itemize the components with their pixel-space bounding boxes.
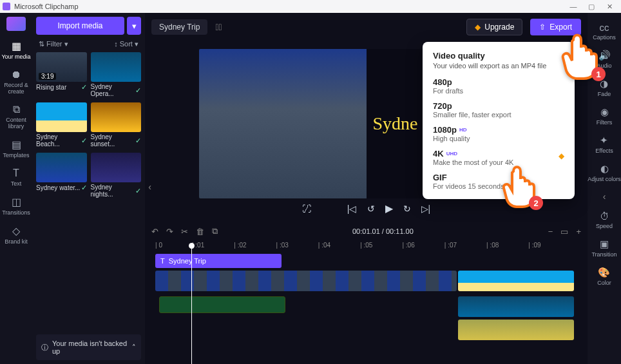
upgrade-button[interactable]: ◆Upgrade	[466, 19, 522, 35]
check-icon: ✓	[135, 86, 141, 95]
text-clip[interactable]: TSydney Trip	[155, 254, 282, 268]
rr-effects[interactable]: ✦Effects	[595, 131, 613, 158]
app-title: Microsoft Clipchamp	[14, 3, 79, 10]
skip-end-button[interactable]: ▷|	[421, 204, 431, 214]
media-item[interactable]: Sydney sunset...✓	[91, 102, 142, 149]
nav-record-create[interactable]: ⏺Record & create	[0, 65, 32, 100]
nav-rail: ▦Your media ⏺Record & create ⧉Content li…	[0, 13, 32, 364]
sort-control[interactable]: ↕ Sort ▾	[114, 40, 139, 48]
color-icon: 🎨	[597, 267, 611, 278]
popover-subtitle: Your video will export as an MP4 file	[433, 62, 564, 70]
export-option-1080p[interactable]: 1080pHD High quality	[433, 125, 564, 142]
timeline: ↶ ↷ ✂ 🗑 ⧉ 00:01.01 / 00:11.00 − ▭ + 0:01…	[145, 222, 588, 364]
project-name-input[interactable]: Sydney Trip	[151, 19, 207, 35]
nav-your-media[interactable]: ▦Your media	[0, 36, 32, 65]
visibility-off-icon[interactable]: 👁̸	[215, 22, 222, 32]
zoom-fit-button[interactable]: ▭	[560, 227, 568, 236]
clipchamp-logo	[6, 17, 26, 31]
playhead[interactable]	[191, 247, 192, 364]
video-clip[interactable]	[458, 271, 574, 291]
nav-brand-kit[interactable]: ◇Brand kit	[0, 221, 32, 250]
export-option-gif[interactable]: GIF For videos 15 seconds or less	[433, 173, 564, 190]
media-item[interactable]: Sydney water...✓	[36, 153, 87, 199]
duplicate-button[interactable]: ⧉	[212, 226, 218, 236]
rr-color[interactable]: 🎨Color	[597, 263, 611, 290]
fullscreen-off-icon[interactable]: ⛶̸	[302, 204, 311, 214]
filters-icon: ◉	[597, 106, 613, 118]
nav-templates[interactable]: ▤Templates	[0, 135, 32, 164]
skip-start-button[interactable]: |◁	[347, 204, 357, 214]
speed-icon: ⏱	[596, 211, 613, 222]
camera-icon: ⏺	[0, 69, 32, 81]
playback-controls: ⛶̸ |◁ ↺ ▶ ↻ ▷|	[302, 202, 430, 215]
media-item[interactable]: 3:19 Rising star✓	[36, 52, 87, 99]
minimize-button[interactable]: —	[564, 3, 582, 10]
transitions-icon: ◫	[0, 196, 32, 208]
effects-icon: ✦	[595, 135, 613, 146]
time-readout: 00:01.01 / 00:11.00	[352, 227, 414, 235]
premium-diamond-icon: ◆	[559, 151, 564, 160]
close-button[interactable]: ✕	[600, 3, 618, 11]
import-media-more-button[interactable]: ▾	[127, 17, 141, 35]
check-icon: ✓	[81, 184, 87, 192]
annotation-hand-1: 1	[558, 28, 603, 83]
app-icon	[3, 3, 10, 10]
check-icon: ✓	[81, 83, 87, 91]
export-option-4k[interactable]: 4KUHD Make the most of your 4K ◆	[433, 149, 564, 166]
undo-button[interactable]: ↶	[151, 227, 158, 236]
media-thumb	[36, 102, 87, 132]
collapse-right-rail[interactable]: ‹	[603, 191, 606, 202]
media-thumb	[91, 102, 142, 132]
maximize-button[interactable]: ▢	[582, 3, 600, 11]
duration-badge: 3:19	[39, 73, 56, 80]
export-option-720p[interactable]: 720p Smaller file, faster export	[433, 101, 564, 119]
nav-text[interactable]: TText	[0, 164, 32, 192]
media-thumb	[36, 153, 87, 182]
media-item[interactable]: Sydney Opera...✓	[91, 52, 142, 99]
library-icon: ⧉	[0, 104, 32, 115]
hd-badge: HD	[459, 127, 467, 133]
import-media-button[interactable]: Import media	[36, 17, 124, 35]
zoom-out-button[interactable]: −	[548, 227, 553, 236]
forward-button[interactable]: ↻	[403, 204, 411, 214]
timeline-ruler[interactable]: 0:01:02:03:04:05:06:07:08:09	[151, 239, 581, 253]
media-thumb	[91, 153, 142, 182]
backup-warning[interactable]: ⓘ Your media isn't backed up ˄	[36, 334, 141, 360]
upload-icon: ⇧	[539, 23, 546, 32]
export-quality-popover: Video quality Your video will export as …	[423, 42, 575, 199]
video-clip[interactable]	[458, 296, 574, 317]
split-button[interactable]: ✂	[181, 227, 188, 236]
preview-title-overlay: Sydne	[373, 113, 418, 134]
templates-icon: ▤	[0, 139, 32, 151]
rr-transition[interactable]: ▣Transition	[591, 235, 616, 262]
rewind-button[interactable]: ↺	[367, 204, 375, 214]
nav-transitions[interactable]: ◫Transitions	[0, 192, 32, 221]
annotation-hand-2: 2	[499, 161, 540, 212]
audio-clip[interactable]	[159, 296, 285, 313]
check-icon: ✓	[81, 137, 87, 145]
uhd-badge: UHD	[446, 151, 457, 157]
rr-filters[interactable]: ◉Filters	[597, 102, 613, 129]
video-clip[interactable]	[155, 271, 457, 291]
redo-button[interactable]: ↷	[166, 227, 173, 236]
media-item[interactable]: Sydney nights...✓	[91, 153, 142, 199]
zoom-in-button[interactable]: +	[576, 227, 581, 236]
check-icon: ✓	[135, 187, 141, 195]
export-option-480p[interactable]: 480p For drafts	[433, 77, 564, 95]
rr-adjust-colors[interactable]: ◐Adjust colors	[588, 159, 621, 186]
brandkit-icon: ◇	[0, 225, 32, 237]
delete-button[interactable]: 🗑	[196, 227, 204, 236]
rr-speed[interactable]: ⏱Speed	[596, 207, 613, 233]
video-clip[interactable]	[458, 320, 574, 340]
check-icon: ✓	[135, 137, 141, 145]
media-thumb	[91, 52, 142, 82]
filter-control[interactable]: ⇅ Filter ▾	[39, 40, 68, 48]
nav-content-library[interactable]: ⧉Content library	[0, 100, 32, 135]
info-icon: ⓘ	[41, 343, 48, 352]
media-icon: ▦	[0, 40, 32, 52]
popover-title: Video quality	[433, 51, 564, 61]
media-item[interactable]: Sydney Beach...✓	[36, 102, 87, 149]
text-icon: T	[0, 168, 32, 179]
play-button[interactable]: ▶	[385, 202, 393, 215]
media-panel: Import media ▾ ⇅ Filter ▾ ↕ Sort ▾ 3:19 …	[32, 13, 145, 364]
